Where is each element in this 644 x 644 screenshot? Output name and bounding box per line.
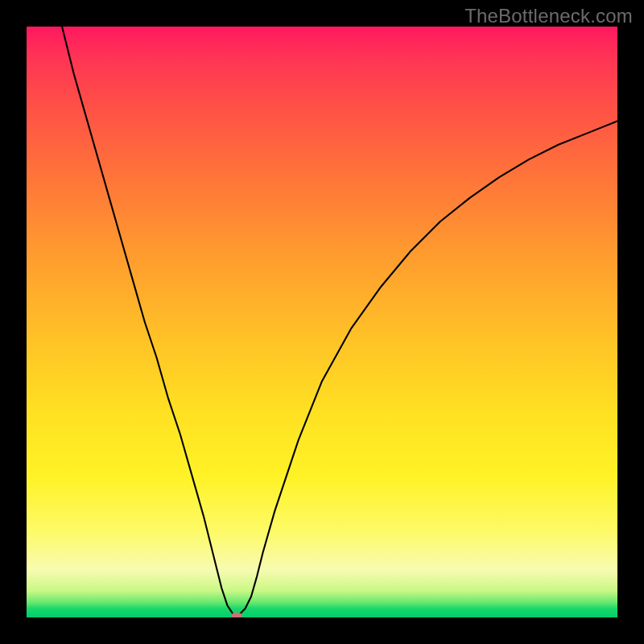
minimum-marker [231, 613, 242, 617]
bottleneck-curve [62, 27, 617, 614]
chart-stage: TheBottleneck.com [0, 0, 644, 644]
curve-svg [27, 27, 617, 617]
watermark-text: TheBottleneck.com [464, 5, 633, 27]
plot-area [27, 27, 617, 617]
